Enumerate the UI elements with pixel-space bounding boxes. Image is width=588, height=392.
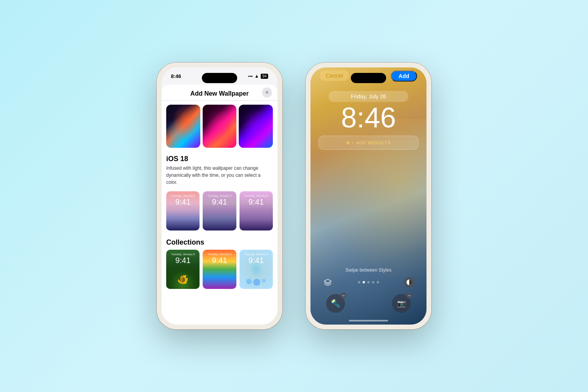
dynamic-island-left	[202, 73, 237, 83]
swipe-controls	[310, 277, 426, 288]
close-icon: ✕	[265, 90, 269, 95]
collection-thumb-rainbow[interactable]: Tuesday, January 9 9:41	[203, 250, 236, 289]
style-time-1: Tuesday, January 8	[166, 194, 200, 197]
bubbles-decoration	[244, 279, 268, 286]
style-clock-2: 9:41	[203, 198, 236, 207]
style-thumb-3[interactable]: Tuesday, January 9 9:41	[240, 191, 273, 230]
appearance-toggle[interactable]	[404, 277, 415, 288]
phone-right-screen: Cancel Add Friday, July 26 8:46 ⊕ + ADD …	[310, 67, 426, 325]
cancel-button[interactable]: Cancel	[320, 71, 349, 81]
wallpaper-thumb-neon-1[interactable]	[166, 105, 200, 148]
collections-grid: Tuesday, January 9 9:41 🐠 Tuesday, Janua…	[162, 250, 278, 294]
ios18-description: Infused with light, this wallpaper can c…	[162, 165, 278, 190]
dynamic-island-right	[351, 73, 386, 83]
ios18-title: iOS 18	[162, 152, 278, 165]
phone-left: 8:46 ▪▪▪ ▲ 94 Add New Wallpaper ✕	[157, 63, 282, 329]
swipe-label: Swipe between Styles	[310, 267, 426, 273]
style-thumb-1[interactable]: Tuesday, January 8 9:41	[166, 191, 200, 230]
home-indicator	[349, 320, 388, 321]
add-widgets-area[interactable]: ⊕ + ADD WIDGETS	[318, 136, 419, 150]
wallpaper-sheet[interactable]: Add New Wallpaper ✕ iOS 18 Infused with …	[162, 85, 278, 325]
style-time-3: Tuesday, January 9	[240, 194, 273, 197]
status-icons-left: ▪▪▪ ▲ 94	[248, 73, 268, 79]
coll-time-1: Tuesday, January 9	[166, 253, 200, 256]
layers-icon[interactable]	[322, 277, 333, 288]
signal-icon: ▪▪▪	[248, 74, 253, 78]
coll-clock-1: 9:41	[166, 256, 200, 265]
wallpaper-thumb-neon-3[interactable]	[239, 105, 273, 148]
wallpaper-thumb-neon-2[interactable]	[203, 105, 237, 148]
collection-thumb-nature[interactable]: Tuesday, January 9 9:41 🐠	[166, 250, 200, 289]
style-thumbs: Tuesday, January 8 9:41 Tuesday, January…	[162, 190, 278, 235]
coll-time-2: Tuesday, January 9	[203, 253, 236, 256]
camera-button[interactable]: 📷	[392, 294, 411, 313]
add-button[interactable]: Add	[391, 71, 417, 82]
dot-1[interactable]	[358, 281, 360, 283]
sheet-header: Add New Wallpaper ✕	[162, 85, 278, 101]
lockscreen-content: Friday, July 26 8:46 ⊕ + ADD WIDGETS	[310, 87, 426, 153]
style-dots	[358, 281, 379, 283]
flashlight-button[interactable]: 🔦	[326, 294, 345, 313]
camera-icon: 📷	[397, 299, 406, 308]
status-time-left: 8:46	[171, 73, 181, 79]
style-time-2: Tuesday, January 9	[203, 194, 236, 197]
style-thumb-2[interactable]: Tuesday, January 9 9:41	[203, 191, 236, 230]
collections-title: Collections	[162, 235, 278, 250]
collection-thumb-bubbles[interactable]: Tuesday, January 9 9:41	[240, 250, 273, 289]
sheet-title: Add New Wallpaper	[191, 90, 249, 97]
date-display: Friday, July 26	[328, 91, 409, 102]
phone-left-screen: 8:46 ▪▪▪ ▲ 94 Add New Wallpaper ✕	[162, 67, 278, 325]
dot-3[interactable]	[367, 281, 370, 283]
camera-button-wrap: 📷	[392, 294, 411, 313]
coll-clock-2: 9:41	[203, 256, 236, 265]
close-button[interactable]: ✕	[262, 87, 272, 98]
coll-time-3: Tuesday, January 9	[240, 253, 273, 256]
coll-clock-3: 9:41	[240, 256, 273, 265]
style-clock-1: 9:41	[166, 198, 200, 207]
plus-icon: ⊕	[346, 140, 350, 145]
phone-right: Cancel Add Friday, July 26 8:46 ⊕ + ADD …	[306, 63, 431, 329]
action-buttons: 🔦 📷	[310, 294, 426, 313]
dot-4[interactable]	[372, 281, 374, 283]
lock-time: 8:46	[318, 103, 419, 132]
fish-emoji: 🐠	[177, 274, 189, 285]
lockscreen-bottom: Swipe between Styles	[310, 267, 426, 325]
flashlight-button-wrap: 🔦	[326, 294, 345, 313]
dot-5[interactable]	[377, 281, 379, 283]
add-widgets-label: + ADD WIDGETS	[352, 140, 391, 145]
battery-icon: 94	[261, 74, 268, 79]
flashlight-icon: 🔦	[331, 299, 341, 308]
dot-2[interactable]	[363, 281, 365, 283]
wifi-icon: ▲	[254, 73, 259, 79]
wallpaper-hero	[162, 101, 278, 152]
style-clock-3: 9:41	[240, 198, 273, 207]
